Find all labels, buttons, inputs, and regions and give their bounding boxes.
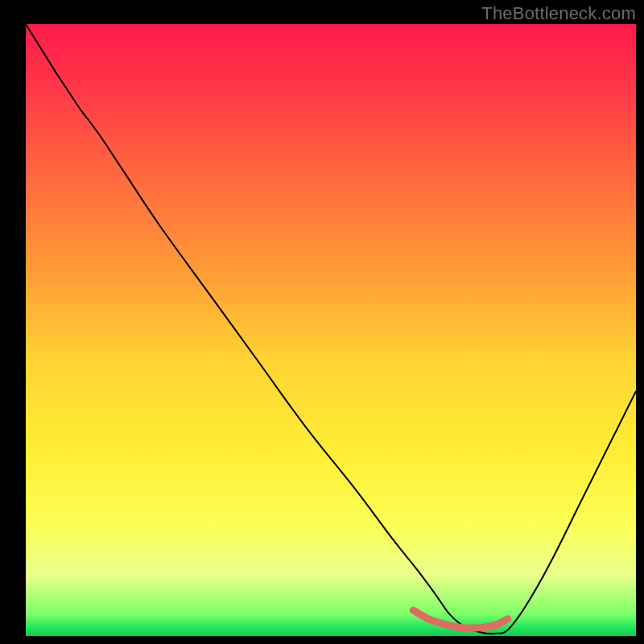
bottleneck-chart xyxy=(0,0,644,644)
plot-background xyxy=(26,24,636,636)
watermark-text: TheBottleneck.com xyxy=(481,3,636,24)
chart-frame: { "watermark": "TheBottleneck.com", "cha… xyxy=(0,0,644,644)
